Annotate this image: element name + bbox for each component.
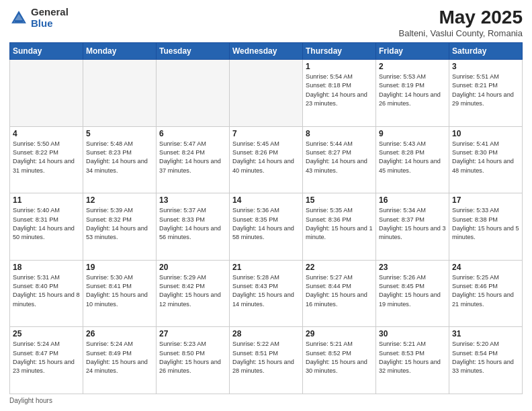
main-title: May 2025 xyxy=(398,7,523,28)
day-number: 21 xyxy=(232,263,300,272)
day-number: 5 xyxy=(86,129,153,138)
day-number: 24 xyxy=(452,263,519,272)
day-number: 30 xyxy=(379,329,446,338)
week-row-1: 1Sunrise: 5:54 AM Sunset: 8:18 PM Daylig… xyxy=(10,60,523,127)
calendar-cell: 20Sunrise: 5:29 AM Sunset: 8:42 PM Dayli… xyxy=(157,260,230,327)
day-number: 7 xyxy=(232,129,300,138)
calendar-cell: 16Sunrise: 5:34 AM Sunset: 8:37 PM Dayli… xyxy=(376,193,449,261)
title-block: May 2025 Balteni, Vaslui County, Romania xyxy=(398,7,523,38)
calendar-cell: 23Sunrise: 5:26 AM Sunset: 8:45 PM Dayli… xyxy=(376,260,449,327)
header-row: SundayMondayTuesdayWednesdayThursdayFrid… xyxy=(10,43,523,60)
day-number: 2 xyxy=(379,62,446,71)
day-number: 25 xyxy=(13,329,80,338)
day-number: 17 xyxy=(452,195,519,205)
calendar-cell xyxy=(157,60,230,127)
day-info: Sunrise: 5:33 AM Sunset: 8:38 PM Dayligh… xyxy=(452,206,519,242)
week-row-2: 4Sunrise: 5:50 AM Sunset: 8:22 PM Daylig… xyxy=(10,126,523,193)
calendar-cell: 10Sunrise: 5:41 AM Sunset: 8:30 PM Dayli… xyxy=(449,126,523,193)
day-info: Sunrise: 5:24 AM Sunset: 8:47 PM Dayligh… xyxy=(13,340,80,375)
calendar-cell: 4Sunrise: 5:50 AM Sunset: 8:22 PM Daylig… xyxy=(10,126,83,193)
day-info: Sunrise: 5:44 AM Sunset: 8:27 PM Dayligh… xyxy=(306,140,373,175)
day-number: 12 xyxy=(86,195,153,205)
day-number: 9 xyxy=(379,129,446,138)
day-info: Sunrise: 5:27 AM Sunset: 8:44 PM Dayligh… xyxy=(306,273,373,309)
day-info: Sunrise: 5:21 AM Sunset: 8:52 PM Dayligh… xyxy=(306,340,373,375)
col-header-monday: Monday xyxy=(83,43,157,60)
day-number: 27 xyxy=(159,329,226,338)
footer-note: Daylight hours xyxy=(9,397,523,404)
day-number: 26 xyxy=(86,329,153,338)
calendar-cell: 28Sunrise: 5:22 AM Sunset: 8:51 PM Dayli… xyxy=(230,327,303,394)
day-info: Sunrise: 5:51 AM Sunset: 8:21 PM Dayligh… xyxy=(452,73,519,108)
calendar-cell: 6Sunrise: 5:47 AM Sunset: 8:24 PM Daylig… xyxy=(157,126,230,193)
day-number: 20 xyxy=(159,263,226,272)
day-number: 10 xyxy=(452,129,519,138)
day-info: Sunrise: 5:22 AM Sunset: 8:51 PM Dayligh… xyxy=(232,340,300,375)
day-number: 8 xyxy=(306,129,373,138)
day-number: 13 xyxy=(159,195,226,205)
calendar-cell: 3Sunrise: 5:51 AM Sunset: 8:21 PM Daylig… xyxy=(449,60,523,127)
day-info: Sunrise: 5:35 AM Sunset: 8:36 PM Dayligh… xyxy=(306,206,373,242)
logo-general: General xyxy=(31,7,69,18)
calendar-cell: 7Sunrise: 5:45 AM Sunset: 8:26 PM Daylig… xyxy=(230,126,303,193)
day-info: Sunrise: 5:39 AM Sunset: 8:32 PM Dayligh… xyxy=(86,206,153,242)
day-info: Sunrise: 5:47 AM Sunset: 8:24 PM Dayligh… xyxy=(159,140,226,175)
calendar-cell: 29Sunrise: 5:21 AM Sunset: 8:52 PM Dayli… xyxy=(303,327,376,394)
col-header-tuesday: Tuesday xyxy=(157,43,230,60)
calendar-cell: 18Sunrise: 5:31 AM Sunset: 8:40 PM Dayli… xyxy=(10,260,83,327)
logo-text: General Blue xyxy=(31,7,69,29)
calendar-header: SundayMondayTuesdayWednesdayThursdayFrid… xyxy=(10,43,523,60)
week-row-5: 25Sunrise: 5:24 AM Sunset: 8:47 PM Dayli… xyxy=(10,327,523,394)
header: General Blue May 2025 Balteni, Vaslui Co… xyxy=(9,7,523,38)
page: General Blue May 2025 Balteni, Vaslui Co… xyxy=(0,0,532,411)
day-info: Sunrise: 5:23 AM Sunset: 8:50 PM Dayligh… xyxy=(159,340,226,375)
day-number: 31 xyxy=(452,329,519,338)
day-number: 18 xyxy=(13,263,80,272)
calendar-cell: 12Sunrise: 5:39 AM Sunset: 8:32 PM Dayli… xyxy=(83,193,157,261)
day-info: Sunrise: 5:37 AM Sunset: 8:33 PM Dayligh… xyxy=(159,206,226,242)
day-info: Sunrise: 5:43 AM Sunset: 8:28 PM Dayligh… xyxy=(379,140,446,175)
day-info: Sunrise: 5:26 AM Sunset: 8:45 PM Dayligh… xyxy=(379,273,446,309)
day-info: Sunrise: 5:30 AM Sunset: 8:41 PM Dayligh… xyxy=(86,273,153,309)
calendar-cell: 9Sunrise: 5:43 AM Sunset: 8:28 PM Daylig… xyxy=(376,126,449,193)
day-info: Sunrise: 5:41 AM Sunset: 8:30 PM Dayligh… xyxy=(452,140,519,175)
calendar-body: 1Sunrise: 5:54 AM Sunset: 8:18 PM Daylig… xyxy=(10,60,523,394)
calendar-cell: 8Sunrise: 5:44 AM Sunset: 8:27 PM Daylig… xyxy=(303,126,376,193)
col-header-sunday: Sunday xyxy=(10,43,83,60)
day-number: 11 xyxy=(13,195,80,205)
day-info: Sunrise: 5:48 AM Sunset: 8:23 PM Dayligh… xyxy=(86,140,153,175)
calendar-cell: 13Sunrise: 5:37 AM Sunset: 8:33 PM Dayli… xyxy=(157,193,230,261)
day-info: Sunrise: 5:29 AM Sunset: 8:42 PM Dayligh… xyxy=(159,273,226,309)
day-number: 1 xyxy=(306,62,373,71)
calendar-cell: 19Sunrise: 5:30 AM Sunset: 8:41 PM Dayli… xyxy=(83,260,157,327)
calendar-cell: 2Sunrise: 5:53 AM Sunset: 8:19 PM Daylig… xyxy=(376,60,449,127)
logo-blue: Blue xyxy=(31,18,69,30)
calendar-cell: 22Sunrise: 5:27 AM Sunset: 8:44 PM Dayli… xyxy=(303,260,376,327)
calendar-table: SundayMondayTuesdayWednesdayThursdayFrid… xyxy=(9,42,523,394)
day-number: 14 xyxy=(232,195,300,205)
calendar-cell xyxy=(230,60,303,127)
day-number: 15 xyxy=(306,195,373,205)
calendar-cell: 24Sunrise: 5:25 AM Sunset: 8:46 PM Dayli… xyxy=(449,260,523,327)
calendar-cell: 25Sunrise: 5:24 AM Sunset: 8:47 PM Dayli… xyxy=(10,327,83,394)
calendar-cell: 14Sunrise: 5:36 AM Sunset: 8:35 PM Dayli… xyxy=(230,193,303,261)
day-info: Sunrise: 5:45 AM Sunset: 8:26 PM Dayligh… xyxy=(232,140,300,175)
calendar-cell: 31Sunrise: 5:20 AM Sunset: 8:54 PM Dayli… xyxy=(449,327,523,394)
calendar-cell: 11Sunrise: 5:40 AM Sunset: 8:31 PM Dayli… xyxy=(10,193,83,261)
day-info: Sunrise: 5:36 AM Sunset: 8:35 PM Dayligh… xyxy=(232,206,300,242)
calendar-cell: 21Sunrise: 5:28 AM Sunset: 8:43 PM Dayli… xyxy=(230,260,303,327)
calendar-cell: 5Sunrise: 5:48 AM Sunset: 8:23 PM Daylig… xyxy=(83,126,157,193)
calendar-cell: 1Sunrise: 5:54 AM Sunset: 8:18 PM Daylig… xyxy=(303,60,376,127)
day-number: 16 xyxy=(379,195,446,205)
col-header-thursday: Thursday xyxy=(303,43,376,60)
logo-icon xyxy=(9,9,28,28)
day-number: 23 xyxy=(379,263,446,272)
col-header-wednesday: Wednesday xyxy=(230,43,303,60)
calendar-cell: 15Sunrise: 5:35 AM Sunset: 8:36 PM Dayli… xyxy=(303,193,376,261)
week-row-4: 18Sunrise: 5:31 AM Sunset: 8:40 PM Dayli… xyxy=(10,260,523,327)
day-info: Sunrise: 5:34 AM Sunset: 8:37 PM Dayligh… xyxy=(379,206,446,242)
day-number: 4 xyxy=(13,129,80,138)
day-info: Sunrise: 5:21 AM Sunset: 8:53 PM Dayligh… xyxy=(379,340,446,375)
day-info: Sunrise: 5:25 AM Sunset: 8:46 PM Dayligh… xyxy=(452,273,519,309)
day-number: 19 xyxy=(86,263,153,272)
